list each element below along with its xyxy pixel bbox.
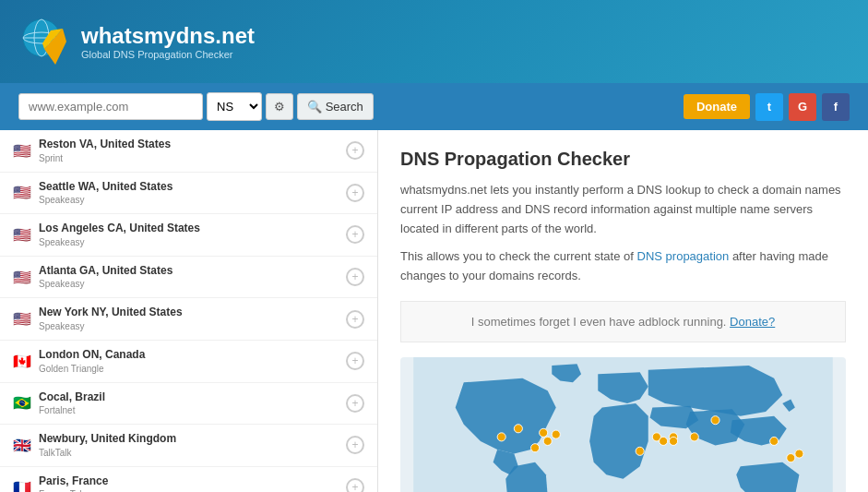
search-input[interactable] (18, 93, 203, 120)
server-action-icon[interactable]: + (346, 141, 364, 160)
svg-point-22 (795, 450, 803, 458)
server-action-icon[interactable]: + (346, 310, 364, 329)
server-info: 🇧🇷 Cocal, Brazil Fortalnet (13, 390, 105, 417)
server-info: 🇺🇸 Atlanta GA, United States Speakeasy (13, 264, 172, 291)
server-action-icon[interactable]: + (346, 225, 364, 244)
search-button[interactable]: 🔍 Search (297, 93, 374, 120)
server-list-item[interactable]: 🇫🇷 Paris, France France Telecom + (0, 467, 377, 492)
server-info: 🇺🇸 Los Angeles CA, United States Speakea… (13, 222, 200, 248)
svg-point-7 (540, 428, 548, 437)
settings-button[interactable]: ⚙ (266, 93, 293, 120)
server-name: Reston VA, United States (39, 138, 171, 152)
server-flag: 🇧🇷 (13, 397, 31, 410)
server-list-item[interactable]: 🇧🇷 Cocal, Brazil Fortalnet + (0, 383, 377, 426)
logo-text: whatsmydns.net Global DNS Propagation Ch… (81, 23, 255, 60)
logo-area: whatsmydns.net Global DNS Propagation Ch… (18, 14, 255, 69)
server-list-item[interactable]: 🇺🇸 Los Angeles CA, United States Speakea… (0, 214, 377, 257)
server-action-icon[interactable]: + (346, 352, 364, 370)
header: whatsmydns.net Global DNS Propagation Ch… (0, 0, 868, 83)
site-tagline: Global DNS Propagation Checker (81, 49, 255, 60)
svg-point-17 (670, 437, 678, 445)
logo-icon (18, 14, 74, 69)
server-provider: Speakeasy (39, 278, 172, 290)
server-provider: Golden Triangle (39, 363, 145, 375)
server-list-item[interactable]: 🇺🇸 Seattle WA, United States Speakeasy + (0, 173, 377, 215)
svg-point-21 (787, 454, 795, 462)
server-list-item[interactable]: 🇺🇸 New York NY, United States Speakeasy … (0, 298, 377, 341)
server-action-icon[interactable]: + (346, 184, 364, 202)
server-info: 🇺🇸 Reston VA, United States Sprint (13, 138, 171, 164)
server-list-item[interactable]: 🇺🇸 Atlanta GA, United States Speakeasy + (0, 257, 377, 299)
server-provider: Fortalnet (39, 404, 105, 416)
facebook-button[interactable]: f (822, 93, 850, 121)
right-content: DNS Propagation Checker whatsmydns.net l… (378, 130, 868, 492)
search-icon: 🔍 (307, 100, 322, 114)
adblock-notice: I sometimes forget I even have adblock r… (400, 301, 846, 342)
server-list-item[interactable]: 🇨🇦 London ON, Canada Golden Triangle + (0, 341, 377, 383)
description-1: whatsmydns.net lets you instantly perfor… (400, 181, 846, 238)
donate-button[interactable]: Donate (684, 94, 750, 119)
server-flag: 🇺🇸 (13, 144, 31, 157)
server-provider: Speakeasy (39, 236, 200, 248)
server-info: 🇬🇧 Newbury, United Kingdom TalkTalk (13, 432, 176, 459)
svg-point-12 (531, 444, 540, 452)
server-provider: France Telecom (39, 488, 108, 492)
facebook-icon: f (834, 100, 838, 114)
server-name: London ON, Canada (39, 348, 145, 363)
server-action-icon[interactable]: + (346, 268, 364, 286)
svg-point-13 (636, 447, 644, 455)
server-flag: 🇺🇸 (13, 228, 31, 241)
server-name: Cocal, Brazil (39, 390, 105, 405)
svg-point-15 (660, 437, 668, 445)
main-content: 🇺🇸 Reston VA, United States Sprint + 🇺🇸 … (0, 130, 868, 492)
google-button[interactable]: G (789, 93, 816, 121)
server-action-icon[interactable]: + (346, 478, 364, 492)
world-map (400, 357, 846, 492)
twitter-button[interactable]: t (755, 93, 783, 121)
dns-propagation-link[interactable]: DNS propagation (637, 249, 730, 263)
donate-link[interactable]: Donate? (730, 315, 775, 329)
svg-point-8 (514, 425, 522, 433)
svg-point-11 (552, 430, 560, 438)
svg-point-10 (543, 437, 552, 445)
server-list-item[interactable]: 🇺🇸 Reston VA, United States Sprint + (0, 130, 377, 173)
google-icon: G (798, 100, 807, 114)
server-flag: 🇺🇸 (13, 313, 31, 326)
server-info: 🇫🇷 Paris, France France Telecom (13, 474, 108, 492)
svg-point-9 (497, 433, 505, 441)
search-area: NS A AAAA MX CNAME TXT SOA ⚙ 🔍 Search (18, 92, 374, 121)
server-name: Los Angeles CA, United States (39, 222, 200, 236)
server-list-item[interactable]: 🇬🇧 Newbury, United Kingdom TalkTalk + (0, 425, 377, 467)
social-area: Donate t G f (684, 93, 850, 121)
server-action-icon[interactable]: + (346, 394, 364, 413)
page-title: DNS Propagation Checker (400, 149, 846, 170)
server-action-icon[interactable]: + (346, 436, 364, 454)
server-flag: 🇺🇸 (13, 270, 31, 283)
svg-point-19 (711, 416, 719, 425)
site-title: whatsmydns.net (81, 23, 255, 49)
server-provider: Sprint (39, 152, 171, 164)
server-provider: Speakeasy (39, 320, 183, 332)
server-provider: Speakeasy (39, 194, 172, 206)
server-name: Seattle WA, United States (39, 180, 172, 195)
server-info: 🇨🇦 London ON, Canada Golden Triangle (13, 348, 145, 375)
server-name: Atlanta GA, United States (39, 264, 172, 279)
svg-point-20 (770, 437, 779, 445)
record-type-select[interactable]: NS A AAAA MX CNAME TXT SOA (207, 92, 262, 121)
server-provider: TalkTalk (39, 447, 176, 459)
server-list: 🇺🇸 Reston VA, United States Sprint + 🇺🇸 … (0, 130, 378, 492)
server-info: 🇺🇸 Seattle WA, United States Speakeasy (13, 180, 172, 207)
description-2: This allows you to check the current sta… (400, 247, 846, 286)
server-info: 🇺🇸 New York NY, United States Speakeasy (13, 306, 183, 332)
svg-point-18 (690, 433, 698, 441)
twitter-icon: t (767, 100, 771, 114)
server-name: New York NY, United States (39, 306, 183, 320)
server-flag: 🇬🇧 (13, 438, 31, 451)
toolbar: NS A AAAA MX CNAME TXT SOA ⚙ 🔍 Search Do… (0, 83, 868, 130)
server-flag: 🇨🇦 (13, 354, 31, 367)
server-flag: 🇫🇷 (13, 481, 31, 492)
adblock-text: I sometimes forget I even have adblock r… (471, 315, 727, 329)
server-name: Paris, France (39, 474, 108, 489)
gear-icon: ⚙ (274, 100, 285, 114)
server-flag: 🇺🇸 (13, 186, 31, 199)
